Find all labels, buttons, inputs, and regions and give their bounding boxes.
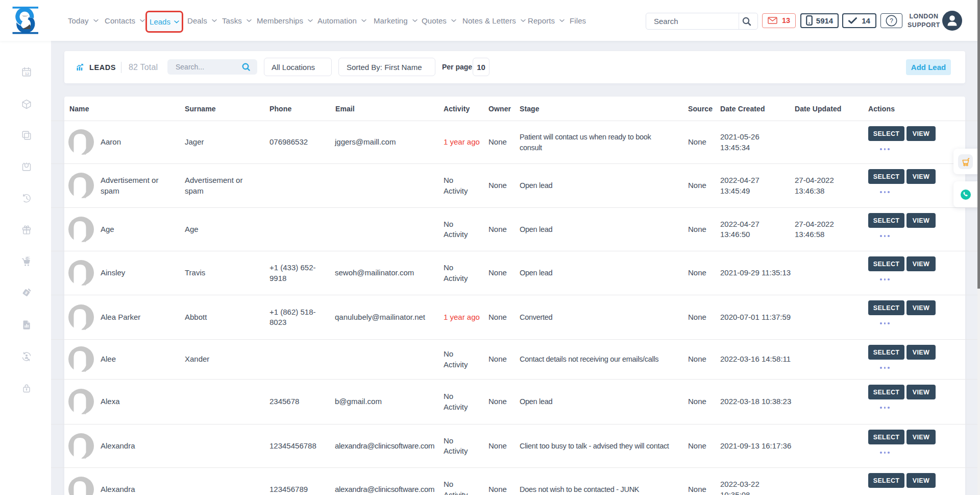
svg-text:?: ?	[890, 17, 893, 25]
svg-text:12: 12	[25, 72, 29, 76]
